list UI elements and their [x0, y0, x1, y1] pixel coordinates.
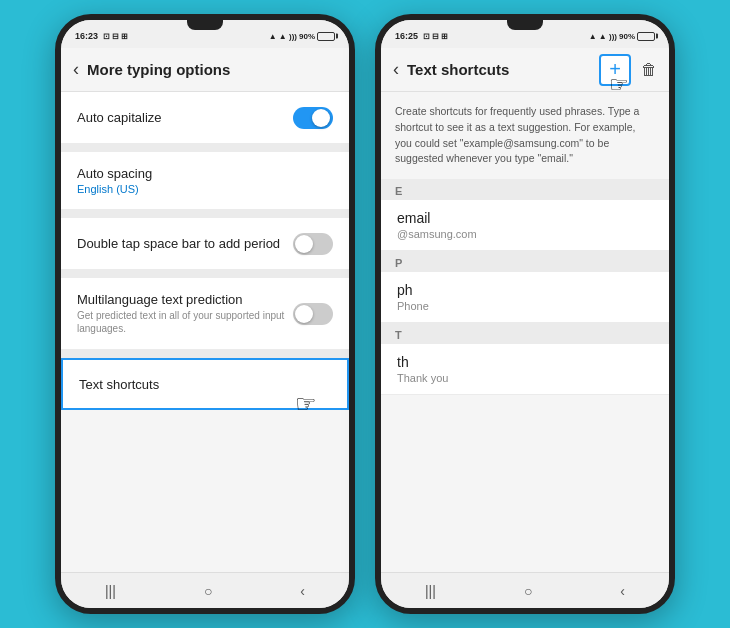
bottom-nav-right: ||| ○ ‹: [381, 572, 669, 608]
nav-back-right[interactable]: ‹: [608, 579, 637, 603]
signal-icons-right: ▲ ▲ ))): [589, 32, 617, 41]
battery-bar-left: [317, 32, 335, 41]
nav-home-left[interactable]: ○: [192, 579, 224, 603]
auto-capitalize-toggle[interactable]: [293, 107, 333, 129]
battery-pct-right: 90%: [619, 32, 635, 41]
right-phone: 16:25 ⊡ ⊟ ⊞ ▲ ▲ ))) 90% ‹ Text shortcuts…: [375, 14, 675, 614]
signal-icons-left: ▲ ▲ ))): [269, 32, 297, 41]
list-item[interactable]: Auto spacing English (US): [61, 152, 349, 210]
section-header-p: P: [381, 251, 669, 272]
shortcut-expansion-th: Thank you: [397, 372, 653, 384]
multilanguage-label: Multilanguage text prediction: [77, 292, 293, 307]
divider: [61, 210, 349, 218]
shortcut-expansion-email: @samsung.com: [397, 228, 653, 240]
time-left: 16:23: [75, 31, 98, 41]
section-header-t: T: [381, 323, 669, 344]
shortcut-name-ph: ph: [397, 282, 653, 298]
screen-left: Auto capitalize Auto spacing English (US…: [61, 92, 349, 572]
auto-spacing-subtitle: English (US): [77, 183, 333, 195]
notification-icons-left: ⊡ ⊟ ⊞: [103, 32, 128, 41]
page-title-right: Text shortcuts: [407, 61, 591, 78]
divider: [61, 270, 349, 278]
shortcut-name-email: email: [397, 210, 653, 226]
add-shortcut-button[interactable]: +: [599, 54, 631, 86]
section-header-e: E: [381, 179, 669, 200]
battery-pct-left: 90%: [299, 32, 315, 41]
app-bar-left: ‹ More typing options: [61, 48, 349, 92]
auto-capitalize-label: Auto capitalize: [77, 110, 293, 125]
multilanguage-toggle[interactable]: [293, 303, 333, 325]
bottom-nav-left: ||| ○ ‹: [61, 572, 349, 608]
plus-icon: +: [609, 58, 621, 81]
battery-bar-right: [637, 32, 655, 41]
list-item[interactable]: Double tap space bar to add period: [61, 218, 349, 270]
notch: [187, 20, 223, 30]
double-tap-toggle[interactable]: [293, 233, 333, 255]
notch-right: [507, 20, 543, 30]
toggle-thumb: [312, 109, 330, 127]
list-item[interactable]: ph Phone: [381, 272, 669, 323]
toggle-thumb: [295, 235, 313, 253]
content-left: Auto capitalize Auto spacing English (US…: [61, 92, 349, 572]
divider: [61, 144, 349, 152]
text-shortcuts-label: Text shortcuts: [79, 377, 331, 392]
double-tap-label: Double tap space bar to add period: [77, 236, 293, 251]
nav-back-left[interactable]: ‹: [288, 579, 317, 603]
page-title-left: More typing options: [87, 61, 337, 78]
nav-recent-left[interactable]: |||: [93, 579, 128, 603]
multilanguage-desc: Get predicted text in all of your suppor…: [77, 309, 293, 335]
notification-icons-right: ⊡ ⊟ ⊞: [423, 32, 448, 41]
shortcut-expansion-ph: Phone: [397, 300, 653, 312]
list-item[interactable]: th Thank you: [381, 344, 669, 395]
toggle-thumb: [295, 305, 313, 323]
app-bar-actions: + 🗑 ☞: [599, 54, 657, 86]
list-item[interactable]: Auto capitalize: [61, 92, 349, 144]
cursor-hand-left: ☞: [295, 390, 317, 418]
nav-home-right[interactable]: ○: [512, 579, 544, 603]
back-button-left[interactable]: ‹: [73, 59, 79, 80]
auto-spacing-label: Auto spacing: [77, 166, 333, 181]
left-phone: 16:23 ⊡ ⊟ ⊞ ▲ ▲ ))) 90% ‹ More typing op…: [55, 14, 355, 614]
divider: [61, 350, 349, 358]
time-right: 16:25: [395, 31, 418, 41]
info-text: Create shortcuts for frequently used phr…: [381, 92, 669, 179]
shortcut-name-th: th: [397, 354, 653, 370]
list-item[interactable]: email @samsung.com: [381, 200, 669, 251]
list-item[interactable]: Multilanguage text prediction Get predic…: [61, 278, 349, 350]
content-right: Create shortcuts for frequently used phr…: [381, 92, 669, 572]
app-bar-right: ‹ Text shortcuts + 🗑 ☞: [381, 48, 669, 92]
text-shortcuts-item[interactable]: Text shortcuts ☞: [61, 358, 349, 410]
back-button-right[interactable]: ‹: [393, 59, 399, 80]
delete-button[interactable]: 🗑: [641, 61, 657, 79]
screen-right: Create shortcuts for frequently used phr…: [381, 92, 669, 572]
nav-recent-right[interactable]: |||: [413, 579, 448, 603]
